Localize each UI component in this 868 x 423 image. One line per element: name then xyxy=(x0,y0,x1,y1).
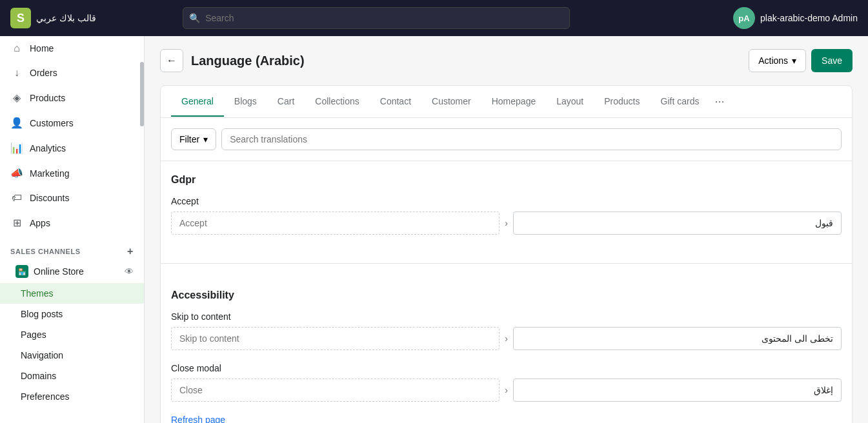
tab-products[interactable]: Products xyxy=(594,87,650,117)
preferences-label: Preferences xyxy=(21,391,69,402)
online-store-label: Online Store xyxy=(34,266,84,277)
search-icon: 🔍 xyxy=(189,13,200,23)
tab-cart[interactable]: Cart xyxy=(267,87,305,117)
main-layout: ⌂ Home ↓ Orders ◈ Products 👤 Customers 📊… xyxy=(0,36,868,423)
user-menu[interactable]: pA plak-arabic-demo Admin xyxy=(733,7,858,29)
store-name: قالب بلاك عربي xyxy=(36,13,96,23)
sidebar-item-home[interactable]: ⌂ Home xyxy=(0,36,144,61)
discounts-icon: 🏷 xyxy=(10,192,23,204)
sidebar-item-products[interactable]: ◈ Products xyxy=(0,85,144,110)
skip-translation-input[interactable] xyxy=(513,327,842,350)
skip-to-content-label: Skip to content xyxy=(171,311,842,322)
sidebar-sub-item-preferences[interactable]: Preferences xyxy=(0,386,144,407)
avatar: pA xyxy=(733,7,755,29)
sidebar-item-label: Home xyxy=(30,43,54,54)
accessibility-section-title: Accessibility xyxy=(171,290,842,301)
tabs-bar: General Blogs Cart Collections Contact C… xyxy=(161,86,852,118)
filter-chevron-icon: ▾ xyxy=(203,134,208,144)
search-bar: 🔍 xyxy=(183,7,570,29)
gdpr-section-title: Gdpr xyxy=(171,174,842,186)
sidebar-item-label: Apps xyxy=(30,218,50,228)
sidebar-item-orders[interactable]: ↓ Orders xyxy=(0,61,144,85)
tabs-more-button[interactable]: ··· xyxy=(709,86,729,117)
pages-label: Pages xyxy=(21,330,46,340)
sidebar-item-label: Analytics xyxy=(30,143,66,153)
translations-card: General Blogs Cart Collections Contact C… xyxy=(160,85,853,423)
tab-layout[interactable]: Layout xyxy=(546,87,594,117)
shopify-icon: S xyxy=(10,8,31,28)
sidebar-sub-item-navigation[interactable]: Navigation xyxy=(0,345,144,366)
topbar: S قالب بلاك عربي 🔍 pA plak-arabic-demo A… xyxy=(0,0,868,36)
tab-contact[interactable]: Contact xyxy=(370,87,421,117)
sidebar: ⌂ Home ↓ Orders ◈ Products 👤 Customers 📊… xyxy=(0,36,145,423)
sidebar-scrollbar[interactable] xyxy=(139,36,145,423)
sidebar-item-customers[interactable]: 👤 Customers xyxy=(0,110,144,135)
filter-button[interactable]: Filter ▾ xyxy=(171,128,216,150)
actions-label: Actions xyxy=(758,55,788,66)
arrow-right-icon: › xyxy=(505,218,508,228)
sidebar-item-apps[interactable]: ⊞ Apps xyxy=(0,210,144,235)
close-source-input[interactable] xyxy=(171,379,500,402)
sidebar-sub-item-pages[interactable]: Pages xyxy=(0,324,144,345)
sidebar-sub-item-blog-posts[interactable]: Blog posts xyxy=(0,304,144,324)
accept-label: Accept xyxy=(171,196,842,206)
analytics-icon: 📊 xyxy=(10,142,23,154)
search-translations-input[interactable] xyxy=(221,128,842,150)
back-button[interactable]: ← xyxy=(160,49,183,72)
products-icon: ◈ xyxy=(10,92,23,104)
scrollbar-thumb xyxy=(140,62,144,126)
sidebar-item-online-store[interactable]: 🏪 Online Store 👁 xyxy=(0,260,144,283)
sales-channels-label: SALES CHANNELS + xyxy=(0,235,144,260)
close-modal-field-group: Close modal › xyxy=(171,363,842,402)
tab-general[interactable]: General xyxy=(171,87,224,117)
close-translation-input[interactable] xyxy=(513,379,842,402)
marketing-icon: 📣 xyxy=(10,167,23,179)
tab-blogs[interactable]: Blogs xyxy=(224,87,267,117)
navigation-label: Navigation xyxy=(21,350,63,360)
page-title: Language (Arabic) xyxy=(191,54,305,68)
content-area: ← Language (Arabic) Actions ▾ Save Gener… xyxy=(145,36,868,423)
online-store-icon: 🏪 xyxy=(15,265,28,278)
filter-row: Filter ▾ xyxy=(161,118,852,161)
sidebar-item-analytics[interactable]: 📊 Analytics xyxy=(0,135,144,161)
domains-label: Domains xyxy=(21,371,56,381)
logo: S قالب بلاك عربي xyxy=(10,8,96,28)
accept-translation-input[interactable] xyxy=(513,212,842,235)
gdpr-section: Gdpr Accept › xyxy=(161,161,852,261)
skip-to-content-field-group: Skip to content › xyxy=(171,311,842,350)
sidebar-item-label: Discounts xyxy=(30,193,69,203)
actions-button[interactable]: Actions ▾ xyxy=(749,49,806,72)
arrow-right-icon-2: › xyxy=(505,333,508,344)
filter-label: Filter xyxy=(179,134,199,144)
save-button[interactable]: Save xyxy=(811,49,853,72)
themes-label: Themes xyxy=(21,288,54,299)
sidebar-item-marketing[interactable]: 📣 Marketing xyxy=(0,161,144,186)
sidebar-item-label: Marketing xyxy=(30,168,69,179)
eye-icon[interactable]: 👁 xyxy=(125,266,134,277)
accept-field-group: Accept › xyxy=(171,196,842,235)
page-header: ← Language (Arabic) Actions ▾ Save xyxy=(160,49,853,72)
sidebar-item-label: Products xyxy=(30,93,65,103)
tab-collections[interactable]: Collections xyxy=(305,87,369,117)
sidebar-sub-item-domains[interactable]: Domains xyxy=(0,366,144,386)
refresh-page-link[interactable]: Refresh page xyxy=(171,415,225,423)
customers-icon: 👤 xyxy=(10,117,23,129)
home-icon: ⌂ xyxy=(10,43,23,54)
close-modal-label: Close modal xyxy=(171,363,842,373)
skip-source-input[interactable] xyxy=(171,327,500,350)
accessibility-section: Accessibility Skip to content › Close mo… xyxy=(161,277,852,423)
arrow-right-icon-3: › xyxy=(505,385,508,395)
tab-customer[interactable]: Customer xyxy=(421,87,481,117)
accept-source-input[interactable] xyxy=(171,212,500,235)
add-sales-channel-icon[interactable]: + xyxy=(127,246,134,257)
chevron-down-icon: ▾ xyxy=(792,55,796,66)
sidebar-item-discounts[interactable]: 🏷 Discounts xyxy=(0,186,144,210)
sidebar-sub-item-themes[interactable]: Themes xyxy=(0,283,144,304)
sidebar-item-label: Orders xyxy=(30,68,57,78)
orders-icon: ↓ xyxy=(10,67,23,79)
tab-gift-cards[interactable]: Gift cards xyxy=(651,87,710,117)
apps-icon: ⊞ xyxy=(10,217,23,229)
search-input[interactable] xyxy=(183,7,570,29)
tab-homepage[interactable]: Homepage xyxy=(481,87,547,117)
sidebar-wrapper: ⌂ Home ↓ Orders ◈ Products 👤 Customers 📊… xyxy=(0,36,145,423)
